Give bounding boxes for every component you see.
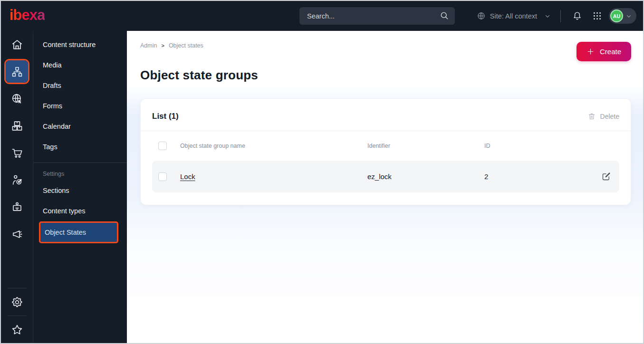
avatar: AU — [610, 10, 623, 22]
ibexa-logo[interactable]: ibexa — [10, 7, 45, 24]
user-menu[interactable]: AU — [609, 8, 636, 24]
sidebar-divider — [33, 162, 127, 163]
create-button-label: Create — [600, 48, 621, 56]
select-all-checkbox[interactable] — [158, 142, 167, 150]
main-content: Admin > Object states Create Object stat… — [127, 31, 643, 343]
search-input[interactable] — [299, 7, 455, 25]
sidebar-item-calendar[interactable]: Calendar — [33, 116, 127, 136]
sidebar-item-label: Content structure — [43, 41, 96, 48]
sidebar-item-label: Content types — [43, 207, 85, 215]
sidebar-item-drafts[interactable]: Drafts — [33, 75, 127, 96]
edit-button[interactable] — [593, 172, 619, 182]
global-search — [299, 7, 455, 25]
list-title: List (1) — [152, 112, 179, 121]
topbar: ibexa Site: All context — [1, 1, 643, 31]
trash-icon — [587, 112, 596, 121]
sidebar-item-label: Drafts — [43, 82, 61, 89]
row-id-cell: 2 — [484, 172, 593, 181]
sidebar-item-label: Tags — [43, 143, 58, 151]
delete-button[interactable]: Delete — [587, 112, 619, 121]
delete-button-label: Delete — [600, 113, 619, 120]
megaphone-icon — [11, 228, 23, 240]
ibexa-admin-window: ibexa Site: All context — [0, 0, 644, 344]
object-state-group-link[interactable]: Lock — [180, 172, 195, 181]
home-icon — [11, 38, 23, 51]
badge-person-icon — [11, 201, 23, 213]
edit-icon — [601, 172, 611, 182]
rail-item-commerce[interactable] — [1, 139, 33, 166]
card-header: List (1) Delete — [152, 109, 619, 124]
breadcrumb-current[interactable]: Object states — [169, 42, 203, 49]
globe-cursor-icon — [11, 93, 23, 105]
rail-item-product-catalog[interactable] — [1, 112, 33, 139]
column-identifier: Identifier — [367, 143, 484, 149]
globe-icon — [477, 11, 486, 20]
sidebar-item-content-types[interactable]: Content types — [33, 201, 127, 221]
star-icon — [11, 324, 23, 336]
icon-rail — [1, 31, 33, 343]
rail-item-content-active[interactable] — [4, 59, 29, 84]
rail-item-corporate[interactable] — [1, 193, 33, 220]
rail-item-site[interactable] — [1, 85, 33, 112]
table-row: Lock ez_lock 2 — [152, 161, 619, 192]
content-structure-icon — [11, 66, 23, 78]
sidebar-item-tags[interactable]: Tags — [33, 136, 127, 157]
app-switcher-button[interactable] — [589, 8, 605, 24]
chevron-down-icon — [544, 13, 551, 19]
chevron-down-icon — [625, 13, 632, 19]
topbar-right-cluster: Site: All context A — [477, 1, 636, 31]
rail-item-dashboard[interactable] — [1, 31, 33, 58]
notifications-button[interactable] — [569, 8, 585, 24]
boxes-icon — [11, 120, 23, 132]
rail-item-bookmarks[interactable] — [1, 316, 33, 343]
rail-item-marketing[interactable] — [1, 220, 33, 248]
breadcrumb-separator: > — [161, 43, 164, 48]
sidebar-item-label: Object States — [45, 229, 86, 236]
rail-item-admin-settings[interactable] — [1, 288, 33, 315]
row-name-cell: Lock — [180, 172, 367, 181]
sidebar-item-content-structure[interactable]: Content structure — [33, 34, 127, 55]
sidebar-item-label: Media — [43, 61, 62, 69]
sidebar-menu: Content structure Media Drafts Forms Cal… — [33, 31, 127, 343]
sidebar-item-forms[interactable]: Forms — [33, 96, 127, 116]
site-context-selector[interactable]: Site: All context — [477, 11, 551, 20]
row-checkbox[interactable] — [158, 172, 167, 181]
rail-item-customers[interactable] — [1, 166, 33, 193]
shopping-cart-icon — [11, 147, 23, 159]
object-state-groups-card: List (1) Delete Object state group name … — [140, 98, 631, 205]
topbar-divider — [560, 10, 561, 22]
plus-icon — [586, 48, 595, 56]
grid-icon — [592, 11, 602, 21]
gear-icon — [11, 296, 23, 308]
sidebar-item-label: Sections — [43, 187, 69, 194]
column-name: Object state group name — [180, 143, 367, 149]
column-id: ID — [484, 143, 593, 149]
sidebar-item-label: Calendar — [43, 123, 71, 130]
person-target-icon — [11, 174, 23, 186]
sidebar-item-media[interactable]: Media — [33, 55, 127, 75]
row-identifier-cell: ez_lock — [367, 172, 484, 181]
active-item-highlight: Object States — [39, 221, 118, 243]
sidebar-section-settings: Settings — [33, 168, 127, 180]
sidebar-item-object-states[interactable]: Object States — [39, 221, 118, 243]
sidebar-item-sections[interactable]: Sections — [33, 180, 127, 201]
bell-icon — [572, 11, 582, 21]
site-context-label: Site: All context — [490, 12, 537, 20]
table-header: Object state group name Identifier ID — [152, 131, 619, 161]
create-button[interactable]: Create — [577, 42, 631, 61]
sidebar-item-label: Forms — [43, 102, 62, 110]
breadcrumb: Admin > Object states — [140, 42, 203, 49]
search-icon[interactable] — [440, 11, 449, 20]
rail-bottom-group — [1, 288, 33, 343]
breadcrumb-admin-link[interactable]: Admin — [140, 42, 157, 49]
page-title: Object state groups — [140, 68, 258, 83]
active-rail-background — [6, 60, 28, 83]
